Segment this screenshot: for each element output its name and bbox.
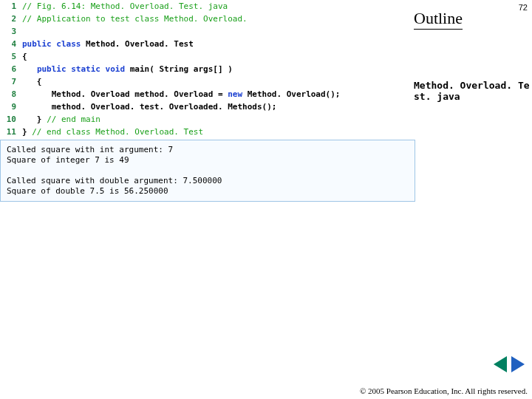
nav-arrows — [494, 356, 525, 372]
line-number: 8 — [0, 88, 22, 100]
line-content: public class Method. Overload. Test — [22, 38, 194, 50]
code-line: 3 — [0, 25, 414, 38]
line-content: } // end main — [22, 113, 100, 126]
code-line: 5{ — [0, 50, 414, 63]
line-content: } // end class Method. Overload. Test — [22, 126, 203, 138]
line-content: // Fig. 6.14: Method. Overload. Test. ja… — [22, 0, 228, 13]
line-content: // Application to test class Method. Ove… — [22, 13, 248, 25]
code-listing: 1// Fig. 6.14: Method. Overload. Test. j… — [0, 0, 414, 138]
code-line: 11} // end class Method. Overload. Test — [0, 126, 414, 138]
page-number: 72 — [519, 3, 528, 12]
line-content: public static void main( String args[] ) — [22, 63, 233, 75]
code-line: 2// Application to test class Method. Ov… — [0, 13, 414, 25]
outline-heading: Outline — [414, 9, 463, 30]
line-number: 11 — [0, 126, 22, 138]
file-label: Method. Overload. Te st. java — [414, 80, 532, 102]
code-line: 6 public static void main( String args[]… — [0, 63, 414, 75]
code-line: 9 method. Overload. test. Overloaded. Me… — [0, 100, 414, 113]
line-number: 3 — [0, 25, 22, 38]
output-box: Called square with int argument: 7 Squar… — [0, 140, 415, 202]
code-line: 1// Fig. 6.14: Method. Overload. Test. j… — [0, 0, 414, 13]
line-content: { — [22, 75, 42, 88]
line-number: 9 — [0, 100, 22, 113]
code-area: 1// Fig. 6.14: Method. Overload. Test. j… — [0, 0, 414, 202]
line-number: 1 — [0, 0, 22, 13]
code-line: 4public class Method. Overload. Test — [0, 38, 414, 50]
next-arrow-icon[interactable] — [511, 356, 525, 372]
prev-arrow-icon[interactable] — [494, 356, 507, 372]
line-number: 2 — [0, 13, 22, 25]
line-content: Method. Overload method. Overload = new … — [22, 88, 341, 100]
line-number: 4 — [0, 38, 22, 50]
copyright-text: © 2005 Pearson Education, Inc. All right… — [360, 386, 528, 396]
line-number: 7 — [0, 75, 22, 88]
line-number: 5 — [0, 50, 22, 63]
slide: 1// Fig. 6.14: Method. Overload. Test. j… — [0, 0, 532, 399]
line-content: { — [22, 50, 27, 63]
line-content: method. Overload. test. Overloaded. Meth… — [22, 100, 276, 113]
line-number: 6 — [0, 63, 22, 75]
sidebar: 72 Outline Method. Overload. Te st. java — [414, 0, 532, 399]
code-line: 7 { — [0, 75, 414, 88]
code-line: 8 Method. Overload method. Overload = ne… — [0, 88, 414, 100]
code-line: 10 } // end main — [0, 113, 414, 126]
line-number: 10 — [0, 113, 22, 126]
